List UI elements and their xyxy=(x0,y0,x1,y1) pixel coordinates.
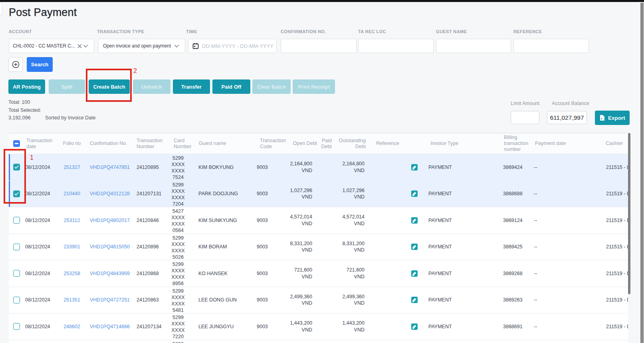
cell-confirmation-no[interactable]: VHD1PQ4615050 xyxy=(90,234,130,260)
cell-transaction-date: 08/12/2024 xyxy=(25,234,50,260)
row-checkbox[interactable] xyxy=(13,340,20,343)
row-checkbox[interactable] xyxy=(13,207,20,234)
table-row[interactable]: 5299 xyxy=(9,340,628,343)
cell-transaction-date: 08/12/2024 xyxy=(25,260,50,287)
cell-billing-transaction-number: 3868688 xyxy=(503,181,523,207)
cell-card-number: 5299XXXXXXXX7204 xyxy=(167,181,189,207)
table-scrollbar-thumb[interactable] xyxy=(628,133,630,294)
annotation-step1-number: 1 xyxy=(30,154,34,161)
cell-guest-name: KIM SUNKYUNG xyxy=(198,207,237,234)
row-checkbox[interactable] xyxy=(13,260,20,287)
limit-amount-input[interactable] xyxy=(511,111,539,124)
clear-icon[interactable] xyxy=(77,44,82,49)
cell-confirmation-no[interactable]: VHD1PQ4843959 xyxy=(90,260,130,287)
cell-open-debt: 8,331,200VND xyxy=(264,234,312,260)
page-scrollbar-thumb[interactable] xyxy=(640,3,644,343)
export-file-icon xyxy=(599,115,605,121)
cell-reference-edit[interactable] xyxy=(411,260,418,287)
cell-confirmation-no[interactable]: VHD1PQ4312128 xyxy=(90,181,130,207)
table-row[interactable]: 08/12/2024 253258 VHD1PQ4843959 24120868… xyxy=(9,260,628,287)
guest-name-input[interactable] xyxy=(436,39,511,53)
row-checkbox[interactable] xyxy=(13,234,20,260)
cell-billing-transaction-number: 3869124 xyxy=(503,207,523,234)
col-paid-debt: Paid Debt xyxy=(320,133,332,154)
add-filter-button[interactable] xyxy=(8,57,23,72)
clear-batch-button[interactable]: Clear Batch xyxy=(252,79,291,94)
confirmation-no-input[interactable] xyxy=(281,39,357,53)
cell-folio-no[interactable]: 248602 xyxy=(56,313,88,340)
cell-guest-name: KIM BOKYUNG xyxy=(198,154,234,180)
table-row[interactable]: 08/12/2024 251351 VHD1PQ4727251 24120863… xyxy=(9,287,628,314)
paid-off-button[interactable]: Paid Off xyxy=(212,79,250,94)
chevron-down-icon[interactable] xyxy=(174,44,179,48)
cell-reference-edit[interactable] xyxy=(411,154,418,180)
cell-open-debt: 1,027,296VND xyxy=(264,181,312,207)
annotation-box-step2 xyxy=(86,69,132,102)
table-row[interactable]: 08/12/2024 210440 VHD1PQ4312128 24120713… xyxy=(9,181,628,208)
cell-confirmation-no[interactable]: VHD1PQ4802017 xyxy=(90,207,130,234)
cell-payment-date: -- xyxy=(534,207,537,234)
print-receipt-button[interactable]: Print Receipt xyxy=(293,79,335,94)
cell-folio-no[interactable]: 251327 xyxy=(56,154,88,180)
cell-reference-edit[interactable] xyxy=(411,287,418,313)
cell-cashier: 211519 - D xyxy=(606,207,628,234)
cell-outstanding-debt: 4,572,014VND xyxy=(317,207,365,234)
table-row[interactable]: 08/12/2024 253112 VHD1PQ4802017 24120846… xyxy=(9,207,628,234)
table-row[interactable]: 08/12/2024 251327 VHD1PQ4747851 24120895… xyxy=(9,154,628,181)
cell-confirmation-no[interactable]: VHD1PQ4714666 xyxy=(90,313,130,340)
cell-reference-edit[interactable] xyxy=(411,207,418,234)
table-row[interactable]: 08/12/2024 233901 VHD1PQ4615050 24120896… xyxy=(9,234,628,261)
cell-folio-no[interactable]: 210440 xyxy=(56,181,88,207)
cell-confirmation-no[interactable]: VHD1PQ4747851 xyxy=(90,154,130,180)
table-row[interactable]: 08/12/2024 248602 VHD1PQ4714666 24120713… xyxy=(9,313,628,340)
time-daterange-input[interactable]: DD-MM-YYYY - DD-MM-YYYY xyxy=(188,39,277,53)
col-card-number: Card Number xyxy=(174,133,197,154)
cell-cashier: 211519 - D xyxy=(606,313,628,340)
total-selected-value: 3,192,096 xyxy=(8,115,31,121)
export-button[interactable]: Export xyxy=(595,111,630,125)
search-button[interactable]: Search xyxy=(27,57,53,72)
cell-transaction-number: 24120896 xyxy=(137,234,159,260)
guest-name-label: GUEST NAME xyxy=(436,29,467,34)
edit-icon xyxy=(411,164,418,171)
cell-outstanding-debt xyxy=(317,340,365,343)
reference-input[interactable] xyxy=(513,39,589,53)
cell-card-number: 5299XXXXXXXX5026 xyxy=(167,234,189,260)
reference-label: REFERENCE xyxy=(513,29,542,34)
cell-payment-date: -- xyxy=(534,287,537,313)
cell-folio-no[interactable]: 253258 xyxy=(56,260,88,287)
edit-icon xyxy=(411,323,418,330)
split-button[interactable]: Split xyxy=(49,79,85,94)
cell-reference-edit[interactable] xyxy=(411,234,418,260)
cell-outstanding-debt: 8,331,200VND xyxy=(317,234,365,260)
cell-transaction-number: 24120863 xyxy=(137,287,159,313)
table-body: 08/12/2024 251327 VHD1PQ4747851 24120895… xyxy=(9,154,628,343)
row-checkbox[interactable] xyxy=(13,313,20,340)
cell-folio-no[interactable]: 251351 xyxy=(56,287,88,313)
cell-folio-no[interactable]: 233901 xyxy=(56,234,88,260)
ar-posting-button[interactable]: AR Posting xyxy=(8,79,45,94)
chevron-down-icon[interactable] xyxy=(83,44,88,48)
transaction-type-select[interactable]: Open invoice and open payment xyxy=(98,39,185,53)
cell-folio-no[interactable] xyxy=(56,340,88,343)
cell-transaction-number: 241207131 xyxy=(137,181,162,207)
cell-card-number: 5299XXXXXXXX8956 xyxy=(167,260,189,287)
row-checkbox[interactable] xyxy=(13,287,20,313)
top-black-bar xyxy=(0,0,644,2)
cell-cashier: 211519 - D xyxy=(606,260,628,287)
cell-outstanding-debt: 721,600VND xyxy=(317,260,365,287)
transfer-button[interactable]: Transfer xyxy=(173,79,210,94)
cell-invoice-type: PAYMENT xyxy=(428,234,452,260)
account-balance-input[interactable]: 611,027,997 xyxy=(547,111,587,124)
cell-reference-edit[interactable] xyxy=(411,313,418,340)
cell-reference-edit[interactable] xyxy=(411,181,418,207)
cell-payment-date: -- xyxy=(534,313,537,340)
account-select[interactable]: CHL-0002 - CC MASTER C... xyxy=(9,39,94,53)
cell-outstanding-debt: 1,027,296VND xyxy=(317,181,365,207)
ta-rec-loc-input[interactable] xyxy=(358,39,434,53)
cell-open-debt: 1,443,200VND xyxy=(264,313,312,340)
cell-transaction-date: 08/12/2024 xyxy=(25,181,50,207)
cell-confirmation-no[interactable]: VHD1PQ4727251 xyxy=(90,287,130,313)
cell-folio-no[interactable]: 253112 xyxy=(56,207,88,234)
unbatch-button[interactable]: Unbatch xyxy=(133,79,170,94)
